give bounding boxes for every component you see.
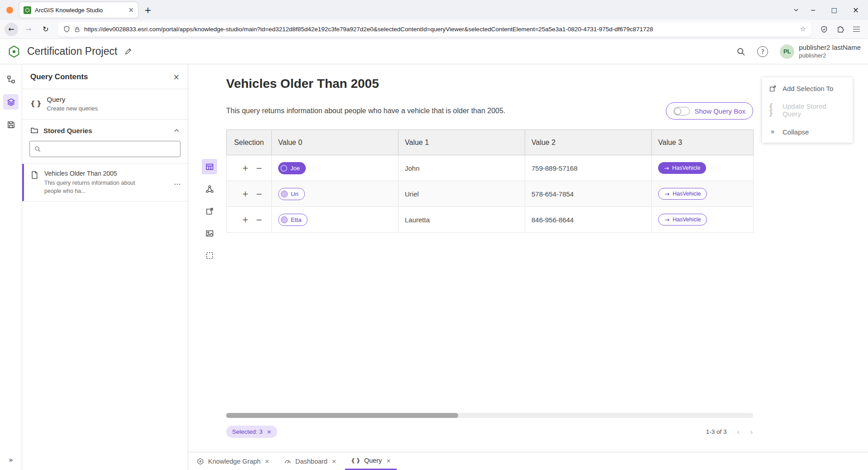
image-view-icon[interactable]	[202, 225, 217, 241]
url-text[interactable]: https://dev0028833.esri.com/portal/apps/…	[84, 26, 796, 33]
open-new-view-icon[interactable]	[202, 203, 217, 219]
rail-layers-icon[interactable]	[3, 94, 19, 110]
relationship-pill[interactable]: →HasVehicle	[658, 188, 707, 200]
search-icon[interactable]	[736, 47, 745, 56]
rail-expand-icon[interactable]: »	[9, 456, 13, 470]
forward-button[interactable]: →	[22, 23, 35, 36]
tracking-shield-icon[interactable]	[63, 26, 70, 33]
menu-item-label: Update Stored Query	[783, 102, 846, 118]
table-view-icon[interactable]	[202, 159, 217, 174]
browser-tab[interactable]: ArcGIS Knowledge Studio ×	[19, 2, 138, 18]
user-avatar[interactable]: PL	[780, 44, 794, 59]
app-logo-icon	[7, 45, 21, 58]
tab-label: Knowledge Graph	[208, 458, 261, 465]
page-next-icon[interactable]: ›	[750, 428, 753, 436]
entity-node-icon	[281, 216, 288, 223]
refresh-button[interactable]: ↻	[39, 23, 52, 36]
search-input[interactable]	[44, 145, 175, 153]
tab-close-icon[interactable]: ×	[128, 7, 134, 14]
window-close-button[interactable]: ×	[853, 6, 859, 14]
cell-value1: Uriel	[398, 181, 525, 207]
menu-hamburger-icon[interactable]	[853, 27, 860, 32]
help-icon[interactable]: ?	[757, 46, 768, 57]
cell-value1: Lauretta	[398, 207, 525, 233]
window-maximize-button[interactable]: □	[831, 7, 837, 13]
entity-pill[interactable]: Uri	[278, 188, 305, 200]
link-chart-view-icon[interactable]	[202, 181, 217, 197]
item-options-icon[interactable]: …	[174, 179, 181, 186]
extensions-puzzle-icon[interactable]	[837, 26, 844, 33]
pagination: 1-3 of 3 ‹ ›	[706, 428, 753, 436]
relationship-label: HasVehicle	[673, 216, 701, 223]
select-marquee-icon[interactable]	[202, 248, 217, 263]
remove-selection-icon[interactable]: −	[256, 216, 262, 224]
braces-icon: { }	[351, 458, 360, 464]
tab-label: Dashboard	[295, 458, 327, 465]
new-query-item[interactable]: { } Query Create new queries	[22, 89, 188, 120]
menu-item-update-stored-query[interactable]: { } Update Stored Query	[762, 99, 853, 121]
lock-icon[interactable]	[74, 26, 80, 33]
add-selection-icon[interactable]: +	[242, 190, 248, 198]
menu-item-add-selection-to[interactable]: Add Selection To	[762, 77, 853, 99]
selected-count-chip[interactable]: Selected: 3 ×	[226, 426, 277, 438]
new-tab-button[interactable]: +	[144, 6, 152, 14]
relationship-pill[interactable]: →HasVehicle	[658, 162, 706, 174]
bottom-tab-bar: Knowledge Graph × Dashboard × { } Query …	[188, 452, 868, 470]
entity-label: Joe	[290, 165, 300, 172]
tab-close-icon[interactable]: ×	[386, 458, 391, 464]
collapse-chevrons-icon: »	[768, 129, 777, 135]
tab-label: Query	[364, 457, 382, 464]
tab-close-icon[interactable]: ×	[265, 458, 270, 464]
list-tabs-chevron-icon[interactable]	[793, 7, 799, 13]
tab-dashboard[interactable]: Dashboard ×	[278, 452, 342, 470]
horizontal-scrollbar[interactable]	[226, 413, 753, 418]
scrollbar-thumb[interactable]	[226, 413, 458, 418]
entity-pill[interactable]: Etta	[278, 214, 308, 226]
query-title: Vehicles Older Than 2005	[226, 76, 753, 91]
table-row: +− Joe John 759-889-57168 →HasVehicle	[227, 155, 754, 181]
menu-item-collapse[interactable]: » Collapse	[762, 121, 853, 143]
tab-title: ArcGIS Knowledge Studio	[35, 7, 124, 14]
firefox-view-icon[interactable]	[6, 7, 13, 14]
panel-close-icon[interactable]: ×	[173, 73, 180, 81]
toggle-switch[interactable]	[674, 107, 690, 115]
url-bar[interactable]: https://dev0028833.esri.com/portal/apps/…	[58, 22, 811, 37]
tab-knowledge-graph[interactable]: Knowledge Graph ×	[191, 452, 275, 470]
table-row: +− Etta Lauretta 846-956-8644 →HasVehicl…	[227, 207, 754, 233]
search-small-icon	[34, 146, 41, 152]
braces-icon: { }	[30, 101, 41, 107]
add-selection-icon[interactable]: +	[242, 216, 248, 224]
selected-count-label: Selected: 3	[232, 428, 263, 435]
edit-title-icon[interactable]	[124, 48, 132, 55]
tab-query[interactable]: { } Query ×	[345, 452, 397, 470]
stored-queries-search[interactable]	[29, 141, 180, 157]
page-prev-icon[interactable]: ‹	[737, 428, 740, 436]
bookmark-star-icon[interactable]: ☆	[800, 26, 806, 33]
tab-close-icon[interactable]: ×	[332, 458, 337, 464]
cell-value2: 578-654-7854	[525, 181, 652, 207]
rail-data-model-icon[interactable]	[3, 72, 19, 87]
rail-save-icon[interactable]	[3, 117, 19, 132]
column-header-value1: Value 1	[398, 130, 525, 155]
add-selection-icon[interactable]: +	[242, 164, 248, 172]
remove-selection-icon[interactable]: −	[256, 164, 262, 172]
stored-query-title: Vehicles Older Than 2005	[44, 170, 139, 177]
knowledge-graph-icon	[197, 458, 204, 465]
relationship-label: HasVehicle	[672, 165, 701, 171]
chevron-up-icon[interactable]	[174, 128, 180, 134]
relationship-pill[interactable]: →HasVehicle	[658, 214, 707, 225]
clear-selection-icon[interactable]: ×	[267, 429, 272, 435]
app-header: Certification Project ? PL publisher2 la…	[0, 39, 868, 64]
show-query-box-toggle[interactable]: Show Query Box	[666, 102, 753, 120]
entity-pill[interactable]: Joe	[278, 162, 306, 174]
back-button[interactable]: ←	[5, 23, 18, 36]
remove-selection-icon[interactable]: −	[256, 190, 262, 198]
stored-queries-header[interactable]: Stored Queries	[22, 120, 188, 140]
folder-icon	[30, 126, 38, 134]
user-names: publisher2 lastName publisher2	[799, 43, 861, 59]
stored-query-item[interactable]: Vehicles Older Than 2005 This query retu…	[22, 163, 188, 201]
addon-shield-icon[interactable]	[821, 26, 828, 33]
pagination-range: 1-3 of 3	[706, 428, 727, 435]
window-minimize-button[interactable]: −	[811, 7, 816, 13]
braces-icon: { }	[768, 103, 777, 117]
